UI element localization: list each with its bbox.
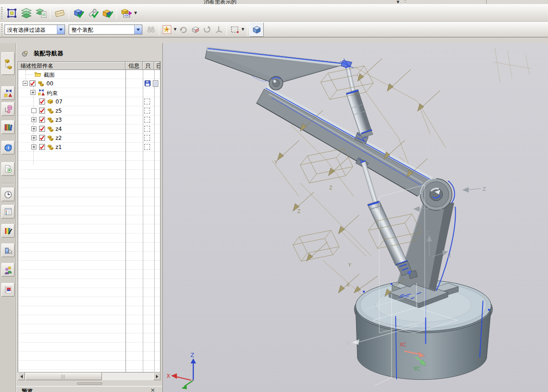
visual-reports-icon[interactable] (1, 283, 15, 297)
selection-filter-combo[interactable]: 没有选择过滤器 (5, 25, 65, 35)
chevron-down-icon[interactable]: ▼ (133, 7, 138, 19)
wcs-xc-label: XC (399, 342, 407, 348)
checkbox-checked-icon[interactable] (39, 126, 45, 132)
constraint-navigator-icon[interactable] (1, 86, 15, 100)
expander-plus-icon[interactable] (31, 144, 36, 149)
toolbar-grip[interactable] (1, 7, 3, 19)
tree-node-label[interactable]: 截面 (44, 71, 55, 79)
chevron-down-icon[interactable]: ▼ (397, 0, 399, 4)
snap-point-icon[interactable] (161, 24, 173, 35)
toolbar-grip[interactable] (404, 0, 406, 4)
assembly-icon (37, 80, 45, 87)
3d-viewport-canvas[interactable]: X Z Z Z X (163, 43, 548, 392)
layer-settings-icon[interactable] (34, 6, 48, 20)
readonly-checkbox[interactable] (144, 144, 150, 150)
sheet-icon[interactable] (153, 80, 158, 87)
html-report-icon[interactable] (1, 162, 15, 176)
select-box-icon[interactable] (5, 6, 19, 20)
tree-row-subassembly[interactable]: z1 (18, 143, 160, 152)
preview-section-header[interactable]: 预览 × (16, 386, 163, 392)
system-palettes-icon[interactable] (1, 205, 15, 218)
checkbox-checked-icon[interactable] (39, 144, 45, 150)
checkbox-checked-icon[interactable] (39, 117, 45, 123)
boom-head-triangle[interactable] (205, 48, 354, 90)
history-icon[interactable] (1, 188, 15, 201)
tree-node-label[interactable]: 约束 (47, 89, 58, 97)
scroll-right-button[interactable] (153, 372, 161, 380)
marquee-select-icon[interactable] (229, 24, 241, 35)
scene-navigator-icon[interactable] (1, 243, 15, 257)
scroll-left-button[interactable] (18, 372, 25, 380)
tree-node-label[interactable]: z3 (55, 117, 62, 123)
save-icon[interactable] (145, 80, 151, 86)
column-header-name[interactable]: 描述性部件名 (18, 62, 126, 70)
readonly-checkbox[interactable] (144, 126, 150, 132)
readonly-checkbox[interactable] (144, 117, 150, 123)
preview-title: 预览 (22, 387, 33, 392)
part-family-navigator-icon[interactable] (1, 102, 15, 116)
horizontal-scrollbar[interactable] (18, 372, 161, 380)
chevron-down-icon[interactable]: ▼ (241, 24, 245, 35)
readonly-checkbox[interactable] (144, 108, 150, 114)
binoculars-icon[interactable] (145, 24, 157, 35)
tree-node-label[interactable]: z2 (55, 135, 62, 141)
tree-row-subassembly[interactable]: z5 (18, 106, 160, 115)
expander-plus-icon[interactable] (31, 117, 36, 122)
checkbox-checked-icon[interactable] (30, 80, 35, 86)
tree-row-subassembly[interactable]: z2 (18, 134, 160, 143)
tree-node-label[interactable]: z4 (55, 126, 62, 132)
triad-x-label: X (166, 373, 170, 379)
divider (247, 24, 247, 35)
selection-scope-combo[interactable]: 整个装配 (69, 25, 142, 35)
panel-splitter[interactable] (18, 382, 161, 386)
tree-row-subassembly[interactable]: z3 (18, 115, 160, 124)
tree-row-section[interactable]: 截面 (18, 70, 160, 79)
expander-plus-icon[interactable] (31, 135, 36, 140)
layer-stack-icon[interactable] (19, 6, 34, 20)
validate-part-icon[interactable] (100, 6, 115, 20)
chevron-down-icon[interactable] (134, 25, 142, 34)
chevron-down-icon[interactable]: ▼ (173, 24, 177, 35)
tree-node-label[interactable]: 07 (55, 99, 62, 105)
tag-note-icon[interactable] (52, 6, 67, 20)
constraint-label-z: Z (329, 185, 332, 190)
roles-icon[interactable] (1, 263, 15, 277)
expander-plus-icon[interactable] (31, 108, 36, 113)
column-header-modified[interactable]: 已 (154, 62, 160, 70)
tree-row-part[interactable]: 07 (18, 97, 160, 106)
close-icon[interactable]: × (149, 387, 156, 392)
expander-minus-icon[interactable] (23, 81, 28, 86)
column-header-readonly[interactable]: 只 (143, 62, 154, 70)
checkbox-checked-icon[interactable] (39, 99, 45, 104)
erase-face-icon[interactable] (189, 24, 201, 35)
graphics-window[interactable]: X Z Z Z X (162, 43, 548, 392)
reuse-library-icon[interactable] (1, 120, 15, 134)
expander-plus-icon[interactable] (30, 90, 35, 95)
materials-icon[interactable] (1, 224, 15, 238)
checkbox-checked-icon[interactable] (39, 108, 45, 114)
readonly-checkbox[interactable] (144, 135, 150, 141)
validate-assembly-icon[interactable] (71, 6, 85, 20)
view-triad (171, 358, 205, 389)
chevron-down-icon[interactable] (57, 25, 65, 34)
name-label-icon[interactable]: ABC (119, 6, 133, 20)
tree-node-label[interactable]: z5 (55, 108, 62, 114)
check-tool-icon[interactable] (85, 6, 100, 20)
shaded-display-icon[interactable] (249, 22, 264, 37)
tree-row-subassembly[interactable]: z4 (18, 124, 160, 134)
tree-node-label[interactable]: z1 (55, 144, 62, 150)
readonly-checkbox[interactable] (144, 99, 150, 104)
tree-node-label[interactable]: 00 (46, 80, 53, 87)
column-header-info[interactable]: 信息 (126, 62, 143, 70)
scrollbar-thumb[interactable] (25, 372, 102, 380)
expander-plus-icon[interactable] (31, 126, 36, 131)
boom-arm[interactable] (256, 86, 433, 196)
assembly-icon (46, 125, 54, 132)
navigator-grid: 描述性部件名 信息 只 已 截面 (18, 61, 161, 372)
toolbar-grip[interactable] (1, 24, 3, 35)
web-browser-icon[interactable]: i (1, 141, 15, 154)
tree-row-root-assembly[interactable]: 00 (18, 79, 160, 88)
tree-row-constraints[interactable]: 约束 (18, 88, 160, 97)
checkbox-checked-icon[interactable] (39, 135, 45, 141)
assembly-navigator-icon[interactable] (1, 52, 15, 75)
